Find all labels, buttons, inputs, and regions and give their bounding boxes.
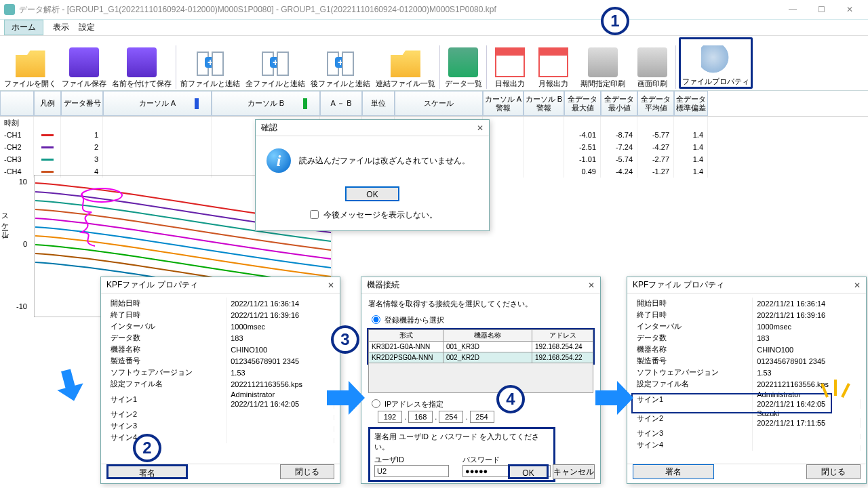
- connect-instruction: 署名情報を取得する接続先を選択してください。: [368, 299, 593, 309]
- col-cursor-a: カーソル A: [103, 91, 212, 116]
- confirm-message: 読み込んだファイルは改ざんされていません。: [299, 155, 470, 167]
- ribbon-joinlist[interactable]: 連結ファイル一覧: [374, 37, 437, 89]
- ribbon-props[interactable]: ファイルプロパティ: [679, 37, 753, 89]
- info-icon: i: [267, 148, 291, 173]
- app-icon: [4, 4, 15, 15]
- sign-button[interactable]: 署名: [633, 464, 714, 479]
- col-std: 全データ 標準偏差: [674, 91, 708, 116]
- ribbon-saveas[interactable]: 名前を付けて保存: [111, 37, 173, 89]
- menu-view[interactable]: 表示: [53, 22, 69, 33]
- ribbon-monthly[interactable]: 月報出力: [533, 37, 574, 89]
- titlebar: データ解析 - [GROUP1_G1(20221110160924-012000…: [0, 0, 868, 19]
- ribbon-daily[interactable]: 日報出力: [490, 37, 530, 89]
- col-alarm-b: カーソル B 警報: [524, 91, 564, 116]
- device-table[interactable]: 形式機器名称アドレス KR3D21-G0A-NNN001_KR3D192.168…: [368, 329, 593, 363]
- step-circle-4: 4: [496, 385, 525, 413]
- step-circle-1: 1: [601, 7, 629, 35]
- step-circle-3: 3: [331, 325, 359, 354]
- confirm-dontshow[interactable]: 今後メッセージを表示しない。: [307, 210, 437, 220]
- cancel-button[interactable]: キャンセル: [553, 464, 595, 479]
- arrow-2: [326, 380, 366, 416]
- close-icon[interactable]: ✕: [328, 281, 334, 290]
- ribbon-open[interactable]: ファイルを開く: [3, 37, 58, 89]
- svg-line-1: [822, 384, 827, 397]
- device-row: KR2D2PSG0A-NNN002_KR2D192.168.254.22: [369, 352, 593, 363]
- grid-header: 凡例 データ番号 カーソル A カーソル B A － B 単位 スケール カーソ…: [0, 91, 868, 117]
- confirm-ok-button[interactable]: OK: [345, 186, 399, 201]
- ribbon-datalist[interactable]: データ一覧: [443, 37, 484, 89]
- radio-registered[interactable]: 登録機器から選択: [368, 316, 444, 324]
- cred-instruction: 署名用 ユーザID と パスワード を入力してください。: [374, 432, 549, 452]
- step-circle-2: 2: [133, 434, 161, 462]
- close-button[interactable]: ✕: [835, 1, 864, 18]
- ribbon-save[interactable]: ファイル保存: [60, 37, 108, 89]
- minimize-button[interactable]: —: [778, 1, 807, 18]
- device-connect-dialog: 機器接続✕ 署名情報を取得する接続先を選択してください。 登録機器から選択 形式…: [361, 277, 601, 484]
- col-unit: 単位: [362, 91, 395, 116]
- col-avg: 全データ 平均値: [637, 91, 674, 116]
- sign-button[interactable]: 署名: [106, 464, 188, 479]
- ribbon-joinprev[interactable]: +前ファイルと連結: [179, 37, 241, 89]
- col-legend: 凡例: [34, 91, 61, 116]
- ip-d[interactable]: [470, 411, 494, 423]
- dialog-title: KPFファイル プロパティ: [633, 279, 724, 291]
- col-max: 全データ 最大値: [564, 91, 601, 116]
- ip-c[interactable]: [439, 411, 463, 423]
- arrow-1: [54, 366, 95, 403]
- col-min: 全データ 最小値: [601, 91, 637, 116]
- ribbon: ファイルを開く ファイル保存 名前を付けて保存 +前ファイルと連結 +全ファイル…: [0, 35, 868, 91]
- property-table: 開始日時2022/11/21 16:36:14 終了日時2022/11/21 1…: [106, 298, 334, 443]
- menu-settings[interactable]: 設定: [79, 22, 95, 33]
- property-table: 開始日時2022/11/21 16:36:14 終了日時2022/11/21 1…: [633, 298, 861, 451]
- ribbon-joinnext[interactable]: +後ファイルと連結: [309, 37, 372, 89]
- col-blank: [0, 91, 34, 116]
- highlight-rays: [821, 377, 854, 404]
- y-axis: 10 0 -10: [11, 175, 30, 331]
- ip-b[interactable]: [408, 411, 433, 423]
- menu-home[interactable]: ホーム: [4, 20, 43, 35]
- confirm-title: 確認: [261, 122, 277, 134]
- radio-ip[interactable]: IPアドレスを指定: [368, 400, 443, 408]
- menubar: ホーム 表示 設定: [0, 19, 868, 35]
- col-alarm-a: カーソル A 警報: [483, 91, 524, 116]
- ribbon-screen[interactable]: 画面印刷: [632, 37, 673, 89]
- maximize-button[interactable]: ☐: [807, 1, 835, 18]
- y-axis-label: スケール1: [0, 209, 10, 239]
- window-title: データ解析 - [GROUP1_G1(20221110160924-012000…: [19, 4, 496, 16]
- dialog-title: KPFファイル プロパティ: [106, 279, 198, 291]
- confirm-close-icon[interactable]: ✕: [477, 123, 484, 133]
- ip-a[interactable]: [378, 411, 402, 423]
- close-button[interactable]: 閉じる: [280, 464, 334, 479]
- close-icon[interactable]: ✕: [588, 281, 595, 290]
- close-button[interactable]: 閉じる: [806, 464, 861, 479]
- col-datano: データ番号: [61, 91, 103, 116]
- ribbon-period[interactable]: 期間指定印刷: [576, 37, 629, 89]
- col-scale: スケール: [395, 91, 483, 116]
- ribbon-joinall[interactable]: +全ファイルと連結: [244, 37, 307, 89]
- col-cursor-b: カーソル B: [212, 91, 320, 116]
- confirm-dialog: 確認✕ i 読み込んだファイルは改ざんされていません。 OK 今後メッセージを表…: [255, 119, 490, 231]
- dialog-title: 機器接続: [367, 279, 399, 291]
- device-row: KR3D21-G0A-NNN001_KR3D192.168.254.24: [369, 342, 593, 352]
- arrow-3: [594, 380, 635, 416]
- col-amb: A － B: [320, 91, 362, 116]
- userid-input[interactable]: [374, 465, 449, 477]
- close-icon[interactable]: ✕: [854, 281, 861, 290]
- svg-line-3: [842, 384, 849, 397]
- ok-button[interactable]: OK: [508, 464, 549, 479]
